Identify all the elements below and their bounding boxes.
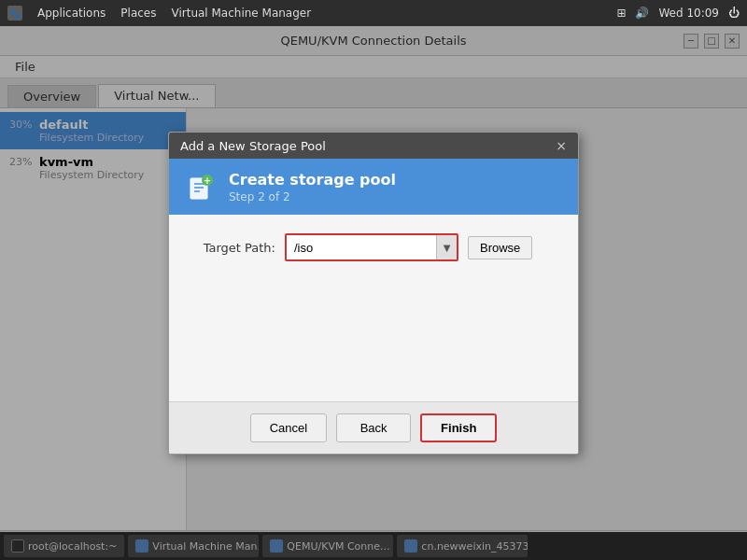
browse-button[interactable]: Browse (468, 236, 532, 259)
step-title: Create storage pool (229, 171, 396, 189)
volume-icon: 🔊 (635, 7, 649, 20)
step-sub: Step 2 of 2 (229, 190, 396, 203)
target-path-input[interactable] (287, 237, 436, 259)
path-dropdown-button[interactable]: ▼ (436, 235, 457, 259)
step-text: Create storage pool Step 2 of 2 (229, 171, 396, 203)
menu-virt-manager[interactable]: Virtual Machine Manager (171, 7, 311, 20)
step-icon: + (184, 170, 218, 203)
target-path-row: Target Path: ▼ Browse (191, 233, 556, 261)
modal-step-header: + Create storage pool Step 2 of 2 (169, 159, 578, 215)
modal-dialog: Add a New Storage Pool × + (168, 132, 579, 455)
modal-title: Add a New Storage Pool (180, 139, 326, 153)
network-icon: ⊞ (616, 7, 626, 20)
back-button[interactable]: Back (336, 413, 411, 442)
cancel-button[interactable]: Cancel (250, 413, 327, 442)
target-path-label: Target Path: (191, 241, 275, 255)
storage-pool-icon: + (187, 173, 215, 201)
system-bar-left: 🐾 Applications Places Virtual Machine Ma… (7, 6, 601, 21)
modal-overlay: Add a New Storage Pool × + (0, 26, 747, 560)
main-window: QEMU/KVM Connection Details ─ □ ✕ File O… (0, 26, 747, 560)
svg-text:+: + (204, 175, 211, 186)
menu-places[interactable]: Places (120, 7, 156, 20)
modal-titlebar: Add a New Storage Pool × (169, 133, 578, 159)
system-bar: 🐾 Applications Places Virtual Machine Ma… (0, 0, 747, 26)
system-bar-right: ⊞ 🔊 Wed 10:09 ⏻ (616, 7, 740, 20)
modal-body: Target Path: ▼ Browse (169, 215, 578, 401)
finish-button[interactable]: Finish (420, 413, 497, 442)
path-input-container: ▼ (285, 233, 458, 261)
power-icon[interactable]: ⏻ (728, 7, 740, 20)
menu-applications[interactable]: Applications (37, 7, 106, 20)
app-icon: 🐾 (7, 6, 22, 21)
modal-footer: Cancel Back Finish (169, 401, 578, 454)
modal-close-button[interactable]: × (556, 138, 567, 153)
clock: Wed 10:09 (658, 7, 719, 20)
